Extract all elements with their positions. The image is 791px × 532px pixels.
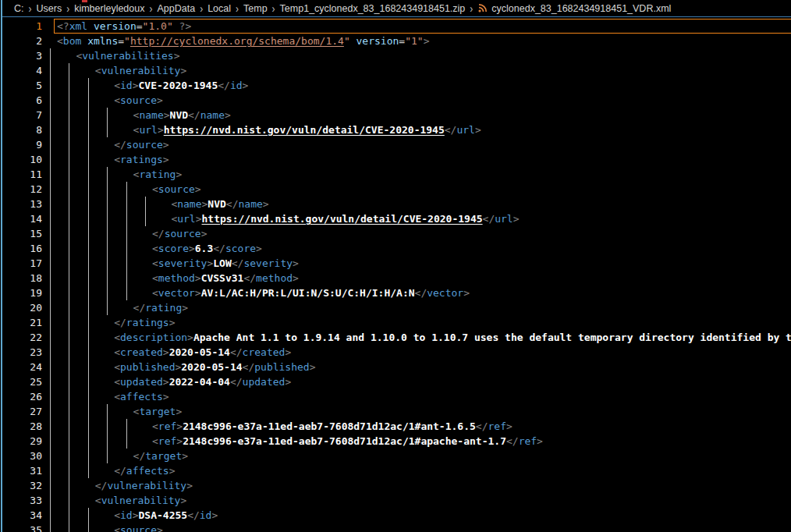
- line-number[interactable]: 4: [0, 63, 42, 78]
- code-line[interactable]: 19<vector>AV:L/AC:H/PR:L/UI:N/S:U/C:H/I:…: [0, 286, 791, 300]
- code-line[interactable]: 17<severity>LOW</severity>: [0, 256, 791, 271]
- line-number[interactable]: 18: [0, 271, 42, 286]
- code-line[interactable]: 28<ref>2148c996-e37a-11ed-aeb7-7608d71d1…: [0, 419, 791, 434]
- code-line[interactable]: 2<bom xmlns="http://cyclonedx.org/schema…: [0, 34, 791, 48]
- line-number[interactable]: 8: [0, 122, 42, 137]
- code-line[interactable]: 30</target>: [0, 449, 791, 463]
- code-line[interactable]: 7<name>NVD</name>: [0, 108, 791, 122]
- line-number[interactable]: 2: [0, 34, 42, 48]
- indent-guide: [126, 256, 127, 271]
- line-number[interactable]: 12: [0, 182, 42, 197]
- line-number[interactable]: 14: [0, 211, 42, 226]
- line-number[interactable]: 7: [0, 108, 42, 122]
- line-number[interactable]: 15: [0, 226, 42, 241]
- code-line[interactable]: 16<score>6.3</score>: [0, 241, 791, 256]
- code-line[interactable]: 35<source>: [0, 523, 791, 532]
- code-line[interactable]: 24<published>2020-05-14</published>: [0, 360, 791, 374]
- line-number[interactable]: 20: [0, 300, 42, 315]
- line-number[interactable]: 1: [0, 19, 42, 34]
- code-line[interactable]: 23<created>2020-05-14</created>: [0, 345, 791, 360]
- code-line[interactable]: 6<source>: [0, 93, 791, 108]
- line-number[interactable]: 34: [0, 508, 42, 523]
- code-line[interactable]: 20</rating>: [0, 300, 791, 315]
- line-number[interactable]: 25: [0, 374, 42, 389]
- line-number[interactable]: 10: [0, 152, 42, 167]
- code-line[interactable]: 32</vulnerability>: [0, 478, 791, 493]
- indent-guide: [50, 152, 51, 167]
- breadcrumb-item[interactable]: C:: [14, 3, 24, 14]
- code-line[interactable]: 9</source>: [0, 137, 791, 152]
- line-number[interactable]: 26: [0, 389, 42, 404]
- code-line[interactable]: 26<affects>: [0, 389, 791, 404]
- breadcrumb-separator: ›: [236, 2, 239, 16]
- code-line[interactable]: 11<rating>: [0, 167, 791, 182]
- code-line[interactable]: 14<url>https://nvd.nist.gov/vuln/detail/…: [0, 211, 791, 226]
- indent-guide: [69, 478, 69, 493]
- code-line[interactable]: 1<?xml version="1.0" ?>: [0, 19, 791, 34]
- breadcrumb-item[interactable]: Users: [37, 3, 62, 14]
- code-line[interactable]: 21</ratings>: [0, 315, 791, 330]
- code-line[interactable]: 13<name>NVD</name>: [0, 197, 791, 211]
- indent-guide: [126, 241, 127, 256]
- code-line[interactable]: 12<source>: [0, 182, 791, 197]
- indent-guide: [126, 182, 127, 197]
- indent-guide: [50, 404, 51, 419]
- line-number[interactable]: 30: [0, 449, 42, 463]
- indent-guide: [126, 419, 127, 434]
- line-number[interactable]: 22: [0, 330, 42, 345]
- indent-guide: [88, 152, 89, 167]
- code-line[interactable]: 34<id>DSA-4255</id>: [0, 508, 791, 523]
- breadcrumb-item[interactable]: Local: [208, 3, 231, 14]
- line-number[interactable]: 13: [0, 197, 42, 211]
- line-number[interactable]: 9: [0, 137, 42, 152]
- line-number[interactable]: 23: [0, 345, 42, 360]
- breadcrumb-item[interactable]: Temp: [243, 3, 268, 14]
- breadcrumb-item[interactable]: AppData: [157, 3, 195, 14]
- line-number[interactable]: 3: [0, 48, 42, 63]
- breadcrumb-item[interactable]: kimberleyledoux: [74, 3, 144, 14]
- code-line[interactable]: 15</source>: [0, 226, 791, 241]
- indent-guide: [69, 137, 69, 152]
- breadcrumb-separator: ›: [200, 2, 203, 16]
- line-number[interactable]: 35: [0, 523, 42, 532]
- indent-guide: [69, 271, 69, 286]
- line-number[interactable]: 19: [0, 286, 42, 300]
- indent-guide: [50, 419, 51, 434]
- indent-guide: [69, 78, 69, 93]
- code-line[interactable]: 8<url>https://nvd.nist.gov/vuln/detail/C…: [0, 122, 791, 137]
- indent-guide: [50, 137, 51, 152]
- indent-guide: [107, 226, 108, 241]
- line-number[interactable]: 27: [0, 404, 42, 419]
- line-number[interactable]: 11: [0, 167, 42, 182]
- line-number[interactable]: 31: [0, 463, 42, 478]
- code-line[interactable]: 27<target>: [0, 404, 791, 419]
- code-text: <ref>2148c996-e37a-11ed-aeb7-7608d71d12a…: [152, 434, 543, 449]
- line-number[interactable]: 21: [0, 315, 42, 330]
- line-number[interactable]: 28: [0, 419, 42, 434]
- code-line[interactable]: 22<description>Apache Ant 1.1 to 1.9.14 …: [0, 330, 791, 345]
- line-number[interactable]: 5: [0, 78, 42, 93]
- editor-code-area[interactable]: 1<?xml version="1.0" ?>2<bom xmlns="http…: [0, 17, 791, 532]
- line-number[interactable]: 24: [0, 360, 42, 374]
- code-text: <vulnerability>: [95, 63, 186, 78]
- code-line[interactable]: 33<vulnerability>: [0, 493, 791, 508]
- breadcrumb-file[interactable]: cyclonedx_83_1682434918451_VDR.xml: [477, 3, 671, 14]
- indent-guide: [126, 211, 127, 226]
- line-number[interactable]: 32: [0, 478, 42, 493]
- code-line[interactable]: 18<method>CVSSv31</method>: [0, 271, 791, 286]
- line-number[interactable]: 17: [0, 256, 42, 271]
- code-line[interactable]: 3<vulnerabilities>: [0, 48, 791, 63]
- line-number[interactable]: 6: [0, 93, 42, 108]
- code-line[interactable]: 31</affects>: [0, 463, 791, 478]
- code-line[interactable]: 10<ratings>: [0, 152, 791, 167]
- code-line[interactable]: 5<id>CVE-2020-1945</id>: [0, 78, 791, 93]
- breadcrumb-item[interactable]: Temp1_cyclonedx_83_1682434918451.zip: [280, 3, 466, 14]
- line-number[interactable]: 29: [0, 434, 42, 449]
- code-text: <method>CVSSv31</method>: [152, 271, 299, 286]
- indent-guide: [69, 360, 69, 374]
- line-number[interactable]: 33: [0, 493, 42, 508]
- code-line[interactable]: 25<updated>2022-04-04</updated>: [0, 374, 791, 389]
- line-number[interactable]: 16: [0, 241, 42, 256]
- code-line[interactable]: 4<vulnerability>: [0, 63, 791, 78]
- code-line[interactable]: 29<ref>2148c996-e37a-11ed-aeb7-7608d71d1…: [0, 434, 791, 449]
